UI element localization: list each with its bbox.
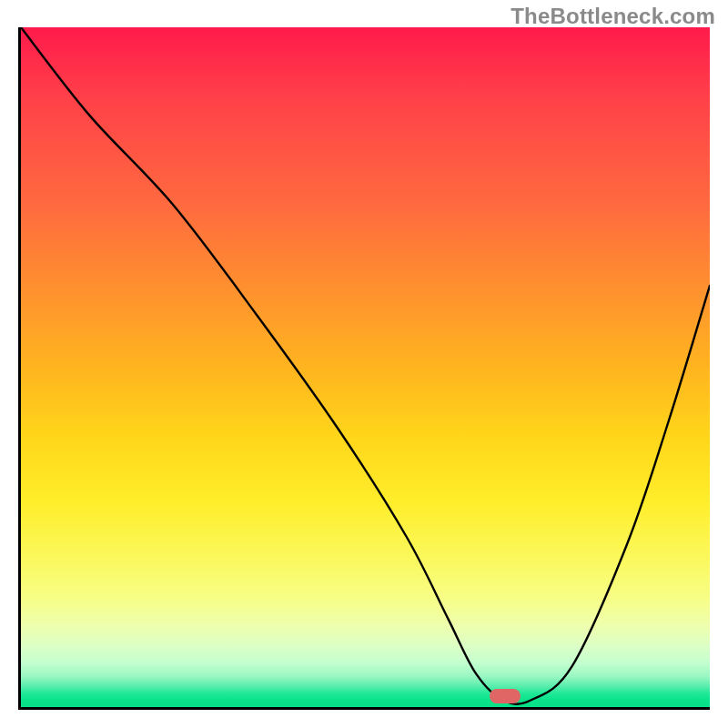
optimal-marker xyxy=(490,689,521,703)
watermark-text: TheBottleneck.com xyxy=(511,4,715,29)
bottleneck-curve xyxy=(21,27,710,707)
chart-container: TheBottleneck.com xyxy=(0,0,728,728)
plot-area xyxy=(18,27,710,710)
